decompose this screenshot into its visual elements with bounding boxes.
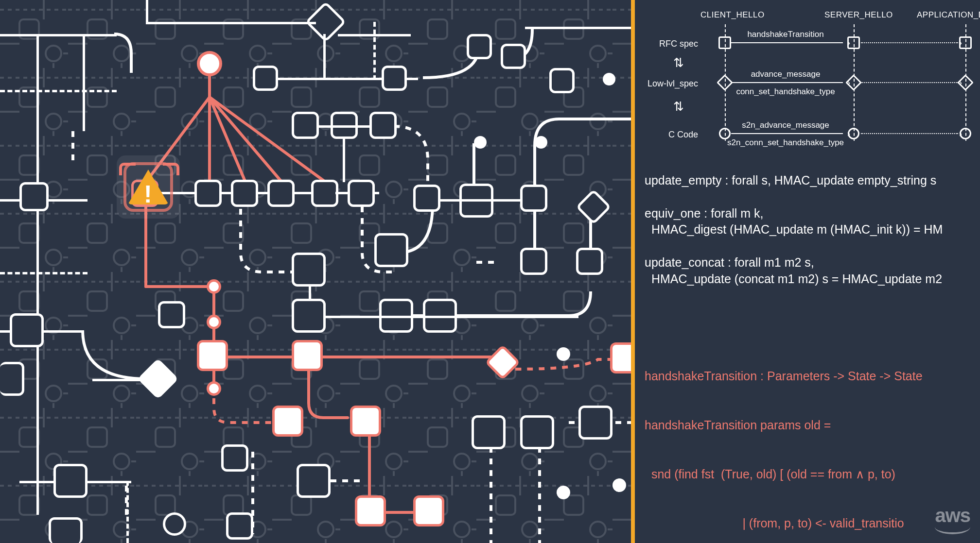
tline-dotted [861, 42, 958, 43]
arrow-right-icon: › [959, 77, 962, 88]
node-square [253, 66, 278, 91]
node-square [49, 517, 83, 543]
row-ccode: C Code [635, 129, 698, 140]
aws-logo: aws [935, 502, 970, 534]
node-square [53, 464, 88, 498]
tline-dotted [861, 82, 958, 83]
code-block: handshakeTransition : Parameters -> Stat… [645, 335, 948, 543]
arrow-right-icon: › [959, 128, 962, 139]
node-square [576, 248, 603, 275]
tline-dotted [861, 133, 958, 134]
node-square [221, 444, 248, 472]
node-square [292, 299, 326, 333]
node-square-hl [350, 406, 381, 437]
svg-line-6 [210, 97, 282, 182]
edge [326, 316, 578, 318]
node-square [520, 185, 547, 212]
node-dot-hl [207, 381, 221, 396]
node-square [231, 180, 258, 207]
node-square [194, 180, 222, 207]
decor [119, 163, 136, 175]
node-square [472, 415, 506, 449]
code-line: snd (find fst (True, old) [ (old == from… [645, 466, 948, 483]
node-dot-hl [207, 315, 221, 329]
spec-text: update_empty : forall s, HMAC_update emp… [645, 172, 943, 287]
edge-dashed [126, 481, 129, 543]
node-square [19, 182, 49, 211]
svg-line-7 [210, 97, 326, 182]
right-panel: CLIENT_HELLO SERVER_HELLO APPLICATION_DA… [635, 0, 980, 543]
edge [0, 34, 117, 36]
node-dot [557, 486, 570, 499]
edge-dashed [0, 90, 117, 92]
node-dot [603, 73, 615, 85]
node-source-circle [197, 51, 222, 76]
t-node-square [718, 36, 731, 49]
tline [731, 82, 843, 83]
arrow-right-icon: › [847, 37, 850, 49]
node-square-hl [355, 495, 386, 526]
col-client-hello: CLIENT_HELLO [700, 10, 765, 21]
label-conn-set: conn_set_handshake_type [722, 86, 849, 98]
edge [323, 34, 326, 78]
row-lowlvl: Low-lvl_spec [635, 78, 698, 89]
edge [146, 0, 148, 22]
arrow-right-icon: › [959, 37, 962, 49]
bidir-arrow-icon: ⇅ [673, 98, 684, 115]
node-dot [557, 347, 570, 361]
tline [731, 42, 843, 43]
row-rfc: RFC spec [635, 38, 698, 50]
vertical-separator [631, 0, 635, 543]
timeline-diagram: CLIENT_HELLO SERVER_HELLO APPLICATION_DA… [645, 10, 975, 151]
node-square [382, 66, 407, 91]
edge [318, 125, 372, 128]
col-server-hello: SERVER_HELLO [824, 10, 893, 21]
aws-text: aws [935, 505, 970, 526]
node-dot [612, 478, 626, 492]
node-dot [535, 136, 547, 149]
svg-line-5 [210, 97, 245, 182]
node-square [374, 233, 408, 267]
graph-canvas: ! [0, 0, 631, 543]
edge-dashed [0, 272, 88, 274]
col-app-data: APPLICATION_DA [917, 10, 980, 21]
node-square [467, 34, 492, 59]
node-square-hl [292, 340, 323, 371]
edge [83, 34, 85, 131]
tline [731, 133, 843, 134]
node-square [520, 415, 554, 449]
node-square [292, 253, 326, 287]
code-line: handshakeTransition : Parameters -> Stat… [645, 368, 948, 385]
node-square [158, 301, 185, 328]
node-square [501, 44, 526, 69]
edge-dashed [373, 22, 376, 80]
node-square [413, 185, 440, 212]
bidir-arrow-icon: ⇅ [673, 54, 684, 71]
code-line: handshakeTransition params old = [645, 417, 948, 434]
node-square [549, 68, 575, 93]
node-dot [474, 136, 487, 149]
node-square [311, 180, 338, 207]
label-handshake: handshakeTransition [732, 29, 839, 40]
node-square [297, 464, 331, 498]
node-square [292, 112, 319, 139]
node-square-hl [413, 495, 444, 526]
node-circle [163, 512, 186, 536]
edge [440, 199, 523, 202]
node-square [520, 248, 547, 275]
node-dot-hl [207, 279, 221, 294]
node-square [348, 180, 375, 207]
node-square-hl [610, 342, 631, 373]
node-square [267, 180, 295, 207]
edge [92, 379, 148, 381]
node-square [226, 512, 253, 540]
code-line: | (from, p, to) <- valid_transitio [645, 515, 948, 532]
node-square-hl [272, 406, 303, 437]
node-diamond-hl [490, 350, 515, 375]
edge [146, 22, 316, 24]
node-square [369, 112, 397, 139]
edge [36, 34, 39, 515]
node-square [0, 362, 24, 396]
edge [525, 27, 631, 29]
label-s2n-adv: s2n_advance_message [727, 120, 844, 131]
